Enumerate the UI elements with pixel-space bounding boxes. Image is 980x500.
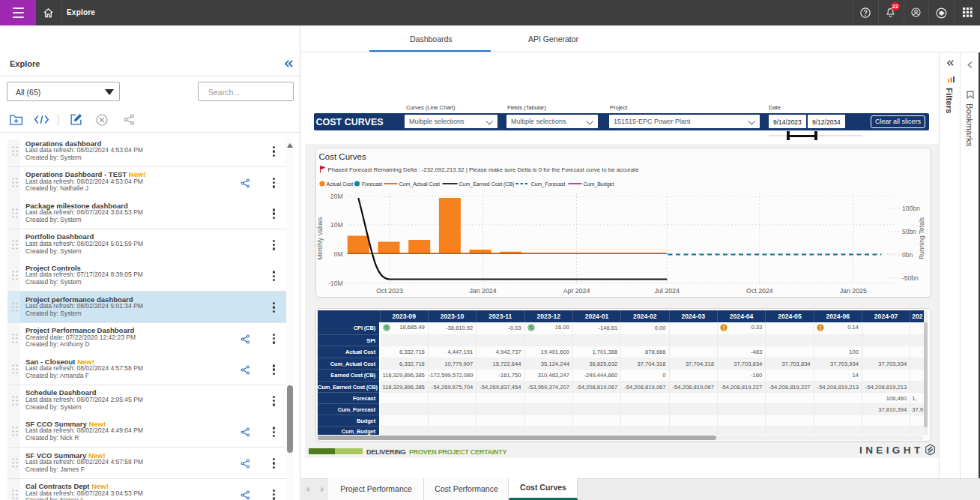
- svg-text:Phased Forecast Remaining Delt: Phased Forecast Remaining Delta : -232,0…: [327, 166, 638, 173]
- svg-text:Cost Curves: Cost Curves: [318, 152, 366, 161]
- svg-text:Jan 2024: Jan 2024: [469, 287, 496, 295]
- svg-text:Apr 2024: Apr 2024: [563, 287, 590, 295]
- svg-text:20M: 20M: [330, 193, 342, 200]
- svg-text:Oct 2024: Oct 2024: [746, 287, 773, 295]
- svg-text:0bn: 0bn: [902, 251, 913, 259]
- svg-text:Oct 2023: Oct 2023: [376, 287, 403, 295]
- svg-text:Jul 2024: Jul 2024: [654, 287, 679, 295]
- svg-text:Actual Cost: Actual Cost: [326, 181, 353, 187]
- svg-text:0M: 0M: [333, 250, 342, 258]
- svg-text:Forecast: Forecast: [362, 181, 382, 187]
- svg-text:100bn: 100bn: [902, 205, 920, 212]
- svg-text:Cum_Earned Cost (CB): Cum_Earned Cost (CB): [459, 181, 514, 187]
- svg-text:Cum_Actual Cost: Cum_Actual Cost: [399, 181, 440, 187]
- svg-text:Running Totals: Running Totals: [918, 217, 925, 259]
- svg-text:10M: 10M: [330, 221, 342, 229]
- svg-text:Jan 2025: Jan 2025: [839, 287, 866, 295]
- svg-text:Cum_Budget: Cum_Budget: [583, 181, 614, 187]
- svg-text:Cum_Forecast: Cum_Forecast: [530, 181, 565, 187]
- svg-text:-10M: -10M: [328, 280, 342, 287]
- svg-text:-50bn: -50bn: [902, 274, 919, 282]
- svg-text:50bn: 50bn: [902, 228, 916, 235]
- svg-text:Monthly Values: Monthly Values: [316, 217, 324, 259]
